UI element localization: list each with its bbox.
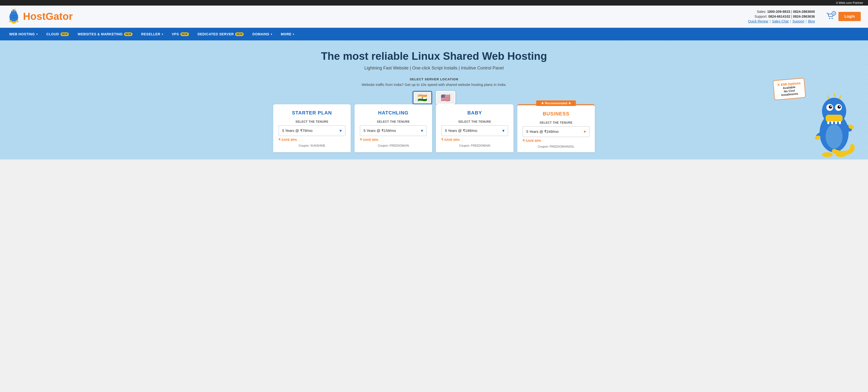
hero-section: The most reliable Linux Shared Web Hosti… (0, 40, 868, 160)
server-location-label: SELECT SERVER LOCATION (7, 77, 861, 81)
partner-bar-text: A Web.com Partner (836, 1, 863, 5)
header-links: Quick Renew | Sales Chat | Support | Blo… (748, 19, 815, 23)
flag-buttons: 🇮🇳 🇺🇸 (7, 91, 861, 104)
baby-tenure-dropdown[interactable]: 5 Years @ ₹199/mo ▾ (441, 125, 508, 136)
header-actions: 0 Login (826, 12, 861, 21)
blog-link[interactable]: Blog (808, 19, 815, 23)
svg-point-12 (12, 21, 16, 24)
svg-point-5 (12, 10, 13, 11)
cloud-new-badge: NEW (61, 32, 69, 36)
svg-point-15 (829, 18, 830, 19)
hatchling-tenure-arrow: ▾ (421, 128, 423, 133)
svg-rect-23 (839, 121, 841, 124)
business-tenure-dropdown[interactable]: 5 Years @ ₹249/mo ▾ (523, 126, 589, 137)
support-contact: Support: 0824-6614102 | 0824-2863636 (755, 14, 815, 19)
starter-tenure-label: SELECT THE TENURE (279, 120, 345, 123)
sales-phone2: 0824-2863600 (793, 10, 815, 13)
svg-marker-32 (838, 94, 842, 99)
gator-logo-icon (7, 8, 21, 25)
svg-point-38 (822, 152, 833, 157)
support-phone2: 0824-2863636 (793, 14, 815, 19)
svg-rect-11 (11, 17, 17, 18)
nav-arrow-web-hosting: ▾ (36, 33, 38, 36)
svg-point-26 (829, 105, 832, 109)
hatchling-rupee-icon: ₹ (360, 138, 362, 141)
nav-cloud[interactable]: CLOUD NEW (42, 28, 73, 40)
nav-more[interactable]: MORE ▾ (276, 28, 299, 40)
business-tenure-label: SELECT THE TENURE (523, 121, 589, 124)
svg-point-37 (826, 124, 843, 149)
usa-flag-button[interactable]: 🇺🇸 (436, 91, 455, 104)
logo-area: HostGator (7, 8, 73, 25)
cart-count: 0 (832, 11, 836, 15)
business-tenure-arrow: ▾ (584, 129, 586, 134)
partner-bar: A Web.com Partner (0, 0, 868, 6)
hatchling-coupon: Coupon: FREEDOMAIN (360, 144, 427, 148)
starter-save-badge: ₹ SAVE 60% (279, 138, 345, 141)
baby-tenure-arrow: ▾ (502, 128, 504, 133)
plan-card-baby: BABY SELECT THE TENURE 5 Years @ ₹199/mo… (436, 104, 514, 152)
hatchling-tenure-label: SELECT THE TENURE (360, 120, 427, 123)
hero-title: The most reliable Linux Shared Web Hosti… (7, 50, 861, 62)
nav-arrow-more: ▾ (293, 33, 294, 36)
plan-card-business: ★ Recommended ★ BUSINESS SELECT THE TENU… (517, 104, 595, 152)
quick-renew-link[interactable]: Quick Renew (748, 19, 768, 23)
cart-icon[interactable]: 0 (826, 12, 835, 20)
plans-section: STARTER PLAN SELECT THE TENURE 5 Years @… (7, 104, 861, 152)
hero-subtitle: Lightning Fast Website | One-click Scrip… (7, 66, 861, 71)
logo-text[interactable]: HostGator (23, 11, 73, 22)
gator-character-icon (810, 92, 858, 160)
business-coupon: Coupon: FREEDOMAINSSL (523, 145, 589, 148)
nav-domains[interactable]: DOMAINS ▾ (248, 28, 276, 40)
sales-phone1: 1800-209-8833 (767, 10, 790, 13)
sales-contact: Sales: 1800-209-8833 | 0824-2863600 (757, 10, 815, 13)
starter-plan-title: STARTER PLAN (279, 110, 345, 116)
support-link[interactable]: Support (793, 19, 804, 23)
header-contact: Sales: 1800-209-8833 | 0824-2863600 Supp… (748, 10, 815, 23)
emi-badge: ✕ EMI Options Available No Cost Installm… (773, 78, 806, 100)
svg-rect-21 (831, 121, 833, 124)
svg-point-14 (15, 20, 19, 22)
svg-marker-9 (15, 8, 16, 9)
starter-rupee-icon: ₹ (279, 138, 280, 141)
hatchling-save-badge: ₹ SAVE 60% (360, 138, 427, 141)
baby-rupee-icon: ₹ (441, 138, 443, 141)
svg-rect-20 (827, 121, 829, 124)
baby-save-badge: ₹ SAVE 60% (441, 138, 508, 141)
nav-web-hosting[interactable]: WEB HOSTING ▾ (5, 28, 42, 40)
svg-point-16 (832, 18, 833, 19)
svg-rect-22 (835, 121, 837, 124)
plan-card-hatchling: HATCHLING SELECT THE TENURE 5 Years @ ₹1… (354, 104, 432, 152)
svg-point-6 (15, 10, 16, 11)
svg-point-39 (836, 152, 846, 157)
dedicated-new-badge: NEW (235, 32, 244, 36)
support-phone1: 0824-6614102 (768, 14, 790, 19)
baby-plan-title: BABY (441, 110, 508, 116)
nav-vps[interactable]: VPS NEW (167, 28, 193, 40)
sales-chat-link[interactable]: Sales Chat (772, 19, 788, 23)
svg-point-28 (831, 106, 832, 107)
business-save-badge: ₹ SAVE 60% (523, 139, 589, 142)
svg-point-2 (11, 9, 16, 13)
svg-point-29 (839, 106, 840, 107)
starter-tenure-dropdown[interactable]: 5 Years @ ₹79/mo ▾ (279, 125, 345, 136)
baby-tenure-label: SELECT THE TENURE (441, 120, 508, 123)
svg-point-13 (9, 20, 12, 22)
svg-marker-30 (826, 94, 830, 99)
hatchling-tenure-dropdown[interactable]: 5 Years @ ₹159/mo ▾ (360, 125, 427, 136)
login-button[interactable]: Login (838, 12, 861, 21)
hatchling-plan-title: HATCHLING (360, 110, 427, 116)
nav-dedicated-server[interactable]: DEDICATED SERVER NEW (193, 28, 248, 40)
svg-marker-31 (834, 92, 836, 97)
starter-coupon: Coupon: SUNSHINE (279, 144, 345, 148)
nav-arrow-reseller: ▾ (162, 33, 163, 36)
recommended-badge: ★ Recommended ★ (536, 100, 576, 106)
nav-websites-marketing[interactable]: WEBSITES & MARKETING NEW (73, 28, 137, 40)
svg-marker-7 (11, 8, 12, 9)
nav-reseller[interactable]: RESELLER ▾ (137, 28, 167, 40)
svg-rect-10 (11, 15, 17, 16)
business-rupee-icon: ₹ (523, 139, 525, 142)
india-flag-button[interactable]: 🇮🇳 (413, 91, 432, 104)
svg-rect-19 (826, 115, 843, 122)
baby-coupon: Coupon: FREEDOMAIN (441, 144, 508, 148)
